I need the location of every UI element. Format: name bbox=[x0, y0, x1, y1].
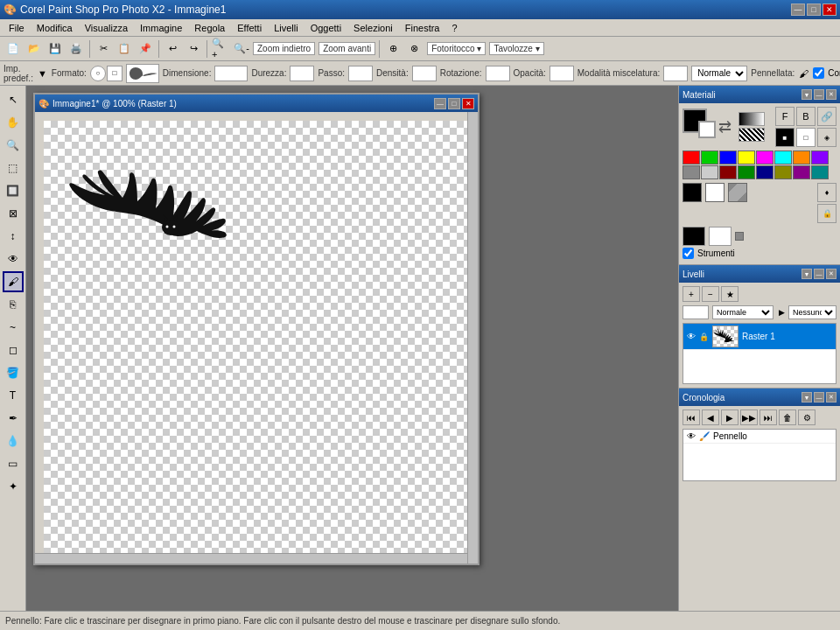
canvas-area[interactable]: 🎨 Immagine1* @ 100% (Raster 1) — □ ✕ bbox=[26, 86, 678, 611]
materials-menu-btn[interactable]: ▼ bbox=[802, 89, 812, 100]
layer-arrow[interactable]: ▶ bbox=[779, 308, 785, 317]
undo-button[interactable]: ↩ bbox=[163, 39, 182, 59]
menu-immagine[interactable]: Immagine bbox=[135, 21, 187, 35]
menu-help[interactable]: ? bbox=[447, 21, 463, 35]
special-white[interactable] bbox=[705, 183, 724, 202]
background-color[interactable] bbox=[698, 121, 716, 138]
palette-purple[interactable] bbox=[811, 150, 829, 164]
tool-clone[interactable]: ⎘ bbox=[3, 294, 24, 315]
tool-eraser[interactable]: ◻ bbox=[3, 340, 24, 360]
palette-orange[interactable] bbox=[793, 150, 810, 164]
mat-fg-btn[interactable]: F bbox=[775, 107, 794, 126]
strumenti-checkbox[interactable] bbox=[682, 248, 694, 259]
tool-fill[interactable]: 🪣 bbox=[3, 362, 24, 383]
menu-finestra[interactable]: Finestra bbox=[400, 21, 445, 35]
opacity-input[interactable]: 100 bbox=[550, 66, 574, 81]
special-black[interactable] bbox=[682, 183, 702, 202]
image-minimize-btn[interactable]: — bbox=[434, 98, 446, 109]
palette-lightgray[interactable] bbox=[701, 165, 718, 179]
materials-close-btn[interactable]: ✕ bbox=[826, 89, 836, 100]
palette-olive[interactable] bbox=[774, 165, 792, 179]
palette-cyan[interactable] bbox=[774, 150, 792, 164]
cut-button[interactable]: ✂ bbox=[94, 39, 113, 59]
menu-file[interactable]: File bbox=[4, 21, 30, 35]
tavolozze-label[interactable]: Tavolozze ▾ bbox=[489, 42, 543, 55]
cronologia-menu-btn[interactable]: ▼ bbox=[802, 392, 812, 402]
mat-bg-btn[interactable]: B bbox=[796, 107, 816, 126]
tool-brush[interactable]: 🖌 bbox=[3, 271, 24, 292]
close-button[interactable]: ✕ bbox=[822, 4, 836, 16]
tool-crop[interactable]: ⊠ bbox=[3, 203, 24, 224]
fotoritocco-label[interactable]: Fotoritocco ▾ bbox=[427, 42, 486, 55]
tool-zoom[interactable]: 🔍 bbox=[3, 135, 24, 156]
tool-redeye[interactable]: 👁 bbox=[3, 248, 24, 270]
brush-icon[interactable]: 🖌 bbox=[798, 64, 809, 83]
rotation-input[interactable]: 0 bbox=[486, 66, 510, 81]
tool-pan[interactable]: ✋ bbox=[3, 112, 24, 133]
cronologia-collapse-btn[interactable]: — bbox=[814, 392, 824, 402]
format-square[interactable]: □ bbox=[107, 66, 122, 81]
livelli-del-btn[interactable]: − bbox=[702, 286, 719, 302]
save-button[interactable]: 💾 bbox=[46, 39, 65, 59]
tool-select[interactable]: ⬚ bbox=[3, 158, 24, 178]
format-circle[interactable]: ○ bbox=[90, 66, 106, 81]
tool-lasso[interactable]: 🔲 bbox=[3, 180, 24, 201]
materials-collapse-btn[interactable]: — bbox=[814, 89, 824, 100]
zoom-forward-label[interactable]: Zoom avanti bbox=[318, 42, 375, 55]
step-input[interactable]: 32 bbox=[348, 66, 373, 81]
mat-hist-btn[interactable]: ♦ bbox=[817, 183, 836, 202]
livelli-menu-btn[interactable]: ▼ bbox=[802, 269, 812, 279]
hardness-input[interactable]: 100 bbox=[290, 66, 314, 81]
tool-smudge[interactable]: ~ bbox=[3, 317, 24, 338]
zoom-back-label[interactable]: Zoom indietro bbox=[253, 42, 315, 55]
crono-play-btn[interactable]: ▶▶ bbox=[740, 410, 758, 425]
pattern-btn[interactable] bbox=[738, 128, 765, 142]
tool-shape[interactable]: ▭ bbox=[3, 453, 24, 474]
stroke-color[interactable] bbox=[682, 227, 705, 246]
zoom-out-button[interactable]: 🔍- bbox=[232, 39, 251, 59]
image-maximize-btn[interactable]: □ bbox=[448, 98, 460, 109]
swap-stroke-btn[interactable] bbox=[735, 232, 744, 241]
fill-color[interactable] bbox=[709, 227, 732, 246]
crono-settings-btn[interactable]: ⚙ bbox=[798, 410, 816, 425]
preset-btn[interactable]: ▼ bbox=[37, 64, 48, 83]
mix-mode-select[interactable]: Normale bbox=[691, 66, 747, 81]
palette-darkblue[interactable] bbox=[756, 165, 774, 179]
minimize-button[interactable]: — bbox=[791, 4, 805, 16]
brush-preview[interactable] bbox=[126, 64, 159, 83]
tool-eyedrop[interactable]: 💧 bbox=[3, 430, 24, 452]
menu-modifica[interactable]: Modifica bbox=[32, 21, 78, 35]
menu-selezioni[interactable]: Selezioni bbox=[348, 21, 398, 35]
mat-transp-btn[interactable]: ◈ bbox=[817, 128, 836, 147]
palette-blue[interactable] bbox=[719, 150, 737, 164]
palette-teal[interactable] bbox=[811, 165, 829, 179]
zoom-in-button[interactable]: 🔍+ bbox=[211, 39, 230, 59]
swap-colors-btn[interactable]: ⇄ bbox=[718, 117, 732, 136]
layer-opacity-input[interactable]: 100 bbox=[682, 305, 709, 319]
palette-red[interactable] bbox=[682, 150, 700, 164]
tool-blend[interactable]: ✦ bbox=[3, 476, 24, 497]
maximize-button[interactable]: □ bbox=[807, 4, 821, 16]
mat-black-btn[interactable]: ■ bbox=[775, 128, 794, 147]
layer-visibility-icon[interactable]: 👁 bbox=[687, 332, 696, 341]
menu-livelli[interactable]: Livelli bbox=[269, 21, 304, 35]
special-transparent[interactable] bbox=[728, 183, 747, 202]
print-button[interactable]: 🖨️ bbox=[66, 39, 86, 59]
menu-regola[interactable]: Regola bbox=[189, 21, 230, 35]
crono-next-btn[interactable]: ▶ bbox=[721, 410, 738, 425]
cronologia-close-btn[interactable]: ✕ bbox=[826, 392, 836, 402]
vertical-scrollbar[interactable] bbox=[467, 112, 478, 564]
palette-darkgreen[interactable] bbox=[738, 165, 755, 179]
crono-fwd-btn[interactable]: ⏭ bbox=[760, 410, 777, 425]
tool-pen[interactable]: ✒ bbox=[3, 408, 24, 429]
special2-button[interactable]: ⊗ bbox=[404, 39, 424, 59]
paste-button[interactable]: 📌 bbox=[136, 39, 155, 59]
dimension-input[interactable]: 180 bbox=[214, 66, 248, 81]
redo-button[interactable]: ↪ bbox=[184, 39, 203, 59]
density-input[interactable]: 100 bbox=[412, 66, 437, 81]
palette-darkred[interactable] bbox=[719, 165, 737, 179]
mat-lock-btn[interactable]: 🔒 bbox=[817, 204, 836, 223]
palette-gray[interactable] bbox=[682, 165, 700, 179]
livelli-collapse-btn[interactable]: — bbox=[814, 269, 824, 279]
layer-mode-select[interactable]: Normale bbox=[712, 305, 774, 319]
